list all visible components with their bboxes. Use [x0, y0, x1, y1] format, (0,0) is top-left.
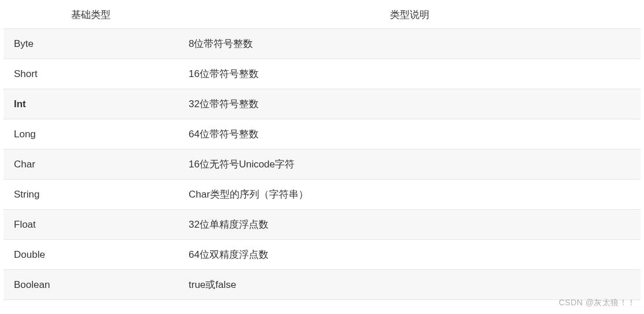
watermark-text: CSDN @灰太狼！！ — [559, 298, 636, 308]
cell-description: true或false — [178, 270, 641, 300]
cell-type: Boolean — [3, 270, 178, 300]
header-type: 基础类型 — [3, 1, 178, 29]
cell-type: Short — [3, 59, 178, 89]
cell-description: 16位带符号整数 — [178, 59, 641, 89]
cell-description: Char类型的序列（字符串） — [178, 180, 641, 210]
cell-type: Double — [3, 240, 178, 270]
cell-description: 64位双精度浮点数 — [178, 240, 641, 270]
cell-type: Float — [3, 210, 178, 240]
table-row: Float 32位单精度浮点数 — [3, 210, 641, 240]
cell-description: 32位单精度浮点数 — [178, 210, 641, 240]
table-header-row: 基础类型 类型说明 — [3, 1, 641, 29]
table-row: String Char类型的序列（字符串） — [3, 180, 641, 210]
cell-type: Char — [3, 149, 178, 180]
header-description: 类型说明 — [178, 1, 641, 29]
table-row: Char 16位无符号Unicode字符 — [3, 149, 641, 180]
table-row: Byte 8位带符号整数 — [3, 29, 641, 59]
cell-type: Int — [3, 89, 178, 119]
table-row: Short 16位带符号整数 — [3, 59, 641, 89]
table-row: Int 32位带符号整数 — [3, 89, 641, 119]
cell-description: 64位带符号整数 — [178, 119, 641, 149]
cell-type: Long — [3, 119, 178, 149]
table-body: Byte 8位带符号整数 Short 16位带符号整数 Int 32位带符号整数… — [3, 29, 641, 300]
cell-description: 32位带符号整数 — [178, 89, 641, 119]
cell-description: 8位带符号整数 — [178, 29, 641, 59]
table-row: Double 64位双精度浮点数 — [3, 240, 641, 270]
cell-description: 16位无符号Unicode字符 — [178, 149, 641, 180]
cell-type: Byte — [3, 29, 178, 59]
cell-type: String — [3, 180, 178, 210]
table-row: Boolean true或false — [3, 270, 641, 300]
table-row: Long 64位带符号整数 — [3, 119, 641, 149]
types-table: 基础类型 类型说明 Byte 8位带符号整数 Short 16位带符号整数 In… — [3, 1, 641, 300]
